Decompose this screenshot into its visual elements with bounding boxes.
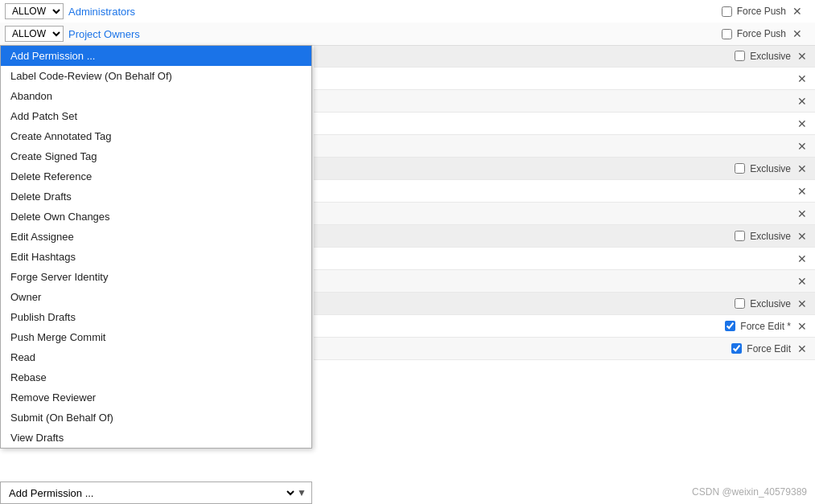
exclusive-check-s1[interactable] xyxy=(735,51,745,61)
right-section-2-header: Exclusive ✕ xyxy=(314,158,815,180)
force-push-checkbox-1[interactable] xyxy=(722,6,732,17)
exclusive-label-s3: Exclusive xyxy=(750,231,791,242)
delete-s2-button[interactable]: ✕ xyxy=(796,163,809,174)
bottom-add-permission-bar[interactable]: Add Permission ... ▼ xyxy=(0,481,312,504)
right-row-s3-2: ✕ xyxy=(314,270,815,293)
dropdown-item-rebase[interactable]: Rebase xyxy=(1,367,311,387)
row2-right-controls: Force Push ✕ xyxy=(722,28,804,39)
force-push-label-1: Force Push xyxy=(737,6,786,17)
delete-s1r1-button[interactable]: ✕ xyxy=(796,73,809,84)
row-administrators: ALLOW DENY BLOCK Administrators Force Pu… xyxy=(0,0,815,23)
allow-dropdown-1[interactable]: ALLOW DENY BLOCK xyxy=(5,3,64,19)
delete-s2r1-button[interactable]: ✕ xyxy=(796,186,809,197)
force-edit-checkbox-2[interactable] xyxy=(731,343,742,354)
dropdown-item-label-code-review[interactable]: Label Code-Review (On Behalf Of) xyxy=(1,66,311,86)
main-container: ALLOW DENY BLOCK Administrators Force Pu… xyxy=(0,0,815,504)
delete-s1-button[interactable]: ✕ xyxy=(796,51,809,62)
right-row-s2-1: ✕ xyxy=(314,180,815,203)
delete-s4r1-button[interactable]: ✕ xyxy=(796,321,809,332)
dropdown-item-submit-on-behalf[interactable]: Submit (On Behalf Of) xyxy=(1,408,311,428)
delete-s1r4-button[interactable]: ✕ xyxy=(796,141,809,152)
right-row-s2-2: ✕ xyxy=(314,203,815,225)
force-edit-label-1: Force Edit * xyxy=(740,321,791,332)
row-project-owners: ALLOW DENY BLOCK Project Owners Force Pu… xyxy=(0,23,815,46)
delete-s3r2-button[interactable]: ✕ xyxy=(796,276,809,287)
delete-s1r3-button[interactable]: ✕ xyxy=(796,118,809,129)
dropdown-item-publish-drafts[interactable]: Publish Drafts xyxy=(1,307,311,327)
right-section-4-header: Exclusive ✕ xyxy=(314,293,815,315)
dropdown-item-view-drafts[interactable]: View Drafts xyxy=(1,428,311,448)
delete-s4r2-button[interactable]: ✕ xyxy=(796,343,809,354)
group-name-administrators: Administrators xyxy=(68,6,722,18)
dropdown-item-add-patch-set[interactable]: Add Patch Set xyxy=(1,106,311,126)
exclusive-label-s2: Exclusive xyxy=(750,163,791,174)
group-name-project-owners: Project Owners xyxy=(68,28,722,40)
force-push-checkbox-2[interactable] xyxy=(722,29,732,39)
right-row-s1-2: ✕ xyxy=(314,90,815,113)
right-row-s3-1: ✕ xyxy=(314,248,815,270)
dropdown-item-create-signed-tag[interactable]: Create Signed Tag xyxy=(1,146,311,166)
delete-s2r2-button[interactable]: ✕ xyxy=(796,208,809,219)
exclusive-check-s3[interactable] xyxy=(735,231,745,241)
right-row-s1-4: ✕ xyxy=(314,135,815,158)
right-section-1-header: Exclusive ✕ xyxy=(314,45,815,68)
delete-row2-button[interactable]: ✕ xyxy=(791,28,804,39)
add-permission-dropdown: Add Permission ... Label Code-Review (On… xyxy=(0,45,312,449)
dropdown-item-delete-reference[interactable]: Delete Reference xyxy=(1,166,311,186)
dropdown-item-edit-hashtags[interactable]: Edit Hashtags xyxy=(1,247,311,267)
dropdown-arrow-icon: ▼ xyxy=(297,487,307,498)
exclusive-check-s2[interactable] xyxy=(735,163,745,174)
right-row-s1-1: ✕ xyxy=(314,68,815,90)
force-edit-checkbox-1[interactable] xyxy=(725,321,735,331)
right-row-s1-3: ✕ xyxy=(314,113,815,135)
right-row-s4-force-edit-1: Force Edit * ✕ xyxy=(314,315,815,338)
dropdown-item-delete-own-changes[interactable]: Delete Own Changes xyxy=(1,207,311,227)
exclusive-check-s4[interactable] xyxy=(735,298,745,309)
watermark: CSDN @weixin_40579389 xyxy=(692,486,807,498)
delete-s3r1-button[interactable]: ✕ xyxy=(796,253,809,264)
delete-s1r2-button[interactable]: ✕ xyxy=(796,96,809,107)
dropdown-item-edit-assignee[interactable]: Edit Assignee xyxy=(1,227,311,247)
exclusive-label-s1: Exclusive xyxy=(750,51,791,62)
exclusive-label-s4: Exclusive xyxy=(750,298,791,309)
allow-dropdown-2[interactable]: ALLOW DENY BLOCK xyxy=(5,26,64,42)
bottom-add-permission-select[interactable]: Add Permission ... xyxy=(1,485,297,502)
force-edit-label-2: Force Edit xyxy=(747,343,791,354)
delete-row1-button[interactable]: ✕ xyxy=(791,6,804,17)
right-section-3-header: Exclusive ✕ xyxy=(314,225,815,248)
dropdown-item-create-annotated-tag[interactable]: Create Annotated Tag xyxy=(1,126,311,146)
dropdown-item-owner[interactable]: Owner xyxy=(1,287,311,307)
dropdown-item-forge-server-identity[interactable]: Forge Server Identity xyxy=(1,267,311,287)
dropdown-item-abandon[interactable]: Abandon xyxy=(1,86,311,106)
dropdown-item-push-merge-commit[interactable]: Push Merge Commit xyxy=(1,327,311,347)
delete-s4-button[interactable]: ✕ xyxy=(796,298,809,309)
right-row-s4-force-edit-2: Force Edit ✕ xyxy=(314,338,815,360)
dropdown-item-add-permission[interactable]: Add Permission ... xyxy=(1,46,311,66)
dropdown-item-remove-reviewer[interactable]: Remove Reviewer xyxy=(1,387,311,408)
force-push-label-2: Force Push xyxy=(737,28,786,39)
row1-right-controls: Force Push ✕ xyxy=(722,6,804,17)
dropdown-item-delete-drafts[interactable]: Delete Drafts xyxy=(1,186,311,207)
delete-s3-button[interactable]: ✕ xyxy=(796,231,809,242)
dropdown-item-read[interactable]: Read xyxy=(1,347,311,367)
